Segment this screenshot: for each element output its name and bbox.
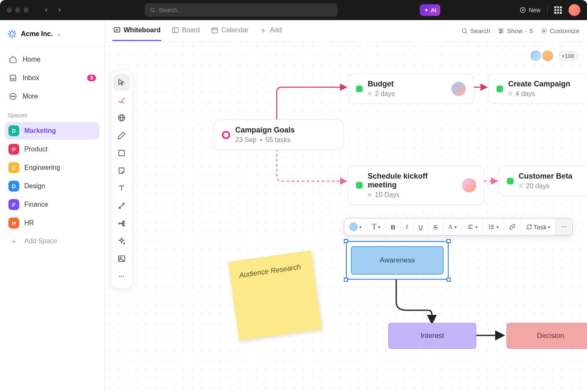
tool-sticky[interactable] [113,162,130,179]
card-schedule-kickoff[interactable]: Schedule kickoff meeting ≡10 Days [348,166,484,205]
view-search-button[interactable]: Search [461,27,491,34]
whiteboard-icon [113,26,121,34]
board-icon [171,26,179,34]
svg-point-33 [543,30,545,32]
svg-point-25 [462,29,466,32]
sliders-icon [498,28,504,34]
space-item-design[interactable]: DDesign [5,177,99,195]
status-dot-icon [356,86,363,92]
space-item-engineering[interactable]: EEngineering [5,159,99,177]
align-icon [467,223,474,230]
tool-more[interactable] [113,268,130,285]
svg-point-17 [14,96,15,97]
show-button[interactable]: Show·5 [498,27,533,34]
nav-back-button[interactable] [40,4,52,16]
chevron-down-icon: ▾ [359,225,361,229]
space-badge: H [8,218,19,228]
resize-handle[interactable] [447,278,451,282]
tool-connector[interactable] [113,197,130,214]
tab-whiteboard[interactable]: Whiteboard [112,21,161,41]
tool-select[interactable] [113,74,130,91]
tool-text[interactable] [113,180,130,197]
add-space-button[interactable]: ＋Add Space [5,233,99,249]
resize-handle[interactable] [344,239,348,243]
fmt-font[interactable]: T▾ [367,218,386,235]
space-item-product[interactable]: PProduct [5,140,99,158]
svg-point-54 [489,225,489,225]
svg-line-1 [153,11,155,13]
more-icon [561,223,567,230]
sidebar-item-home[interactable]: Home [5,51,99,68]
format-toolbar: ▾ T▾ B I U S A▾ ▾ ▾ Task▾ [344,218,573,236]
whiteboard-canvas[interactable]: +108 [105,42,587,392]
card-customer-beta[interactable]: Customer Beta ≡20 days [499,166,587,196]
tool-shape[interactable] [113,145,130,161]
new-button[interactable]: New [519,7,540,13]
svg-point-31 [501,30,503,31]
fmt-list[interactable]: ▾ [483,218,504,235]
collaborator-avatar [530,49,542,62]
card-budget[interactable]: Budget ≡2 days [348,73,474,104]
space-badge: P [8,144,19,155]
description-icon: ≡ [368,191,371,199]
space-badge: D [8,125,19,136]
tool-ai[interactable] [113,233,130,249]
tool-mindmap[interactable] [113,215,130,232]
fmt-convert-task[interactable]: Task▾ [521,218,556,235]
chevron-down-icon: ▾ [475,225,478,229]
fmt-bold[interactable]: B [386,218,401,235]
tool-pen[interactable] [113,127,130,144]
space-item-finance[interactable]: FFinance [5,196,99,213]
search-icon [461,28,468,34]
card-campaign-goals[interactable]: Campaign Goals 23 Sep•55 tasks [214,119,344,150]
space-item-hr[interactable]: HHR [5,214,99,232]
fmt-italic[interactable]: I [401,218,413,235]
workspace-switcher[interactable]: Acme Inc. ⌄ [5,26,99,42]
customize-button[interactable]: Customize [540,27,579,34]
fmt-strikethrough[interactable]: S [429,218,443,235]
svg-point-50 [123,276,125,277]
more-icon [8,92,18,101]
resize-handle[interactable] [344,278,348,282]
sticky-note[interactable]: Audience Research [228,250,322,341]
shape-decision[interactable]: Decision [506,323,587,349]
chevron-down-icon: ⌄ [57,31,61,37]
status-ring-icon [222,131,230,139]
space-badge: F [8,199,19,210]
space-item-marketing[interactable]: DMarketing [5,122,99,140]
card-create-campaign[interactable]: Create Campaign ≡4 days [488,73,587,104]
fmt-underline[interactable]: U [413,218,429,235]
resize-handle[interactable] [447,239,451,243]
tab-calendar[interactable]: Calendar [210,21,249,41]
view-tabs: Whiteboard Board Calendar ＋ Add Search S… [105,20,587,42]
ai-button[interactable]: AI [420,4,440,16]
user-avatar[interactable] [569,4,580,16]
collaborator-avatars[interactable]: +108 [530,49,578,62]
chevron-down-icon: ▾ [378,225,380,229]
tool-web[interactable] [113,109,130,126]
tool-image[interactable] [113,250,130,267]
shape-interest[interactable]: Interest [388,323,476,349]
fmt-align[interactable]: ▾ [462,218,483,235]
tab-board[interactable]: Board [171,21,201,41]
fmt-fill-color[interactable]: ▾ [344,218,367,235]
svg-rect-38 [119,150,124,156]
shape-awareness[interactable]: Awareness [351,246,444,275]
shape-awareness-selection[interactable]: Awareness [346,241,449,280]
global-search-input[interactable]: Search... [145,3,338,17]
nav-forward-button[interactable] [54,4,65,16]
tab-add-view[interactable]: ＋ Add [259,19,283,42]
fmt-link[interactable] [504,218,521,235]
spaces-heading: Spaces [5,106,99,121]
gear-icon [540,28,547,34]
fmt-more[interactable] [556,218,572,235]
tool-task[interactable] [113,92,130,109]
sidebar-item-more[interactable]: More [5,88,99,105]
svg-point-30 [500,29,501,30]
svg-line-10 [10,31,11,33]
collaborator-overflow: +108 [558,51,578,61]
fmt-text-color[interactable]: A▾ [443,218,462,235]
home-icon [8,55,18,64]
sidebar-item-inbox[interactable]: Inbox 9 [5,69,99,87]
apps-menu-button[interactable] [554,6,562,14]
